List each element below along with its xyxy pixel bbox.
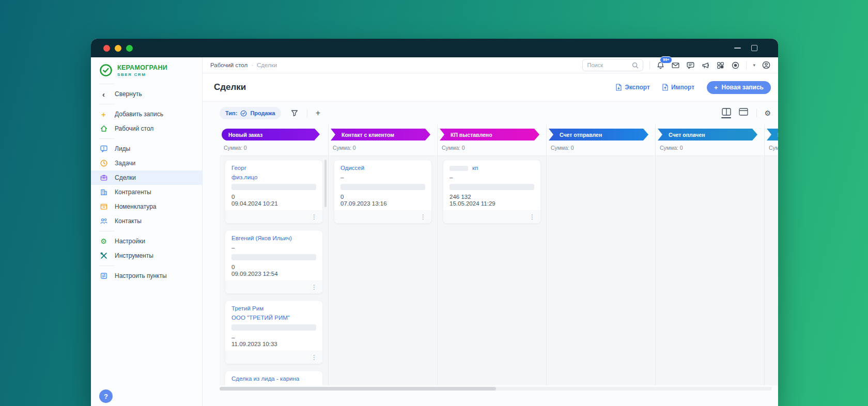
deal-amount: 0 [231, 264, 316, 270]
add-stage-icon[interactable]: + [316, 109, 320, 117]
sidebar-item-contacts[interactable]: Контакты [91, 214, 202, 228]
sidebar-item-add-record[interactable]: + Добавить запись [91, 107, 202, 121]
sidebar-item-tasks[interactable]: Задачи [91, 156, 202, 170]
mail-icon[interactable] [671, 61, 680, 70]
minimize-window-button[interactable] [115, 45, 121, 52]
sidebar: КЕРАМОГРАНИ SBER CRM ‹ Свернуть + Добави… [91, 57, 203, 406]
toolbar-divider [756, 109, 757, 117]
search-input[interactable]: Поиск [582, 59, 643, 71]
apps-grid-icon[interactable] [716, 61, 725, 70]
account-avatar-icon[interactable] [762, 60, 771, 70]
minimize-icon[interactable] [734, 48, 741, 49]
tools-icon [99, 252, 108, 260]
stage-sum: Сумма: 0 [333, 145, 431, 151]
deal-card[interactable]: Евгений (Яков Ильич) – 0 09.09.2023 12:5… [225, 230, 323, 294]
sidebar-item-leads[interactable]: Лиды [91, 142, 202, 156]
filter-type-value: Продажа [250, 110, 275, 116]
page-header: Сделки Экспорт Импорт [203, 73, 778, 102]
redacted-field [340, 184, 425, 190]
redacted-field [231, 184, 316, 190]
board-horizontal-scrollbar[interactable] [220, 387, 772, 391]
column-cards-area: кп – 246 132 15.05.2024 11:29 ⋮ [438, 156, 546, 385]
sidebar-item-counterparties[interactable]: Контрагенты [91, 185, 202, 199]
new-record-button[interactable]: + Новая запись [707, 81, 771, 94]
deal-date: 09.09.2023 12:54 [231, 271, 316, 277]
deal-card[interactable]: Георг физ.лицо 0 09.04.2024 10:21 ⋮ [225, 160, 323, 224]
kebab-menu-icon[interactable]: ⋮ [311, 354, 317, 361]
scrollbar-thumb[interactable] [220, 387, 496, 391]
deal-card[interactable]: Третий Рим ООО "ТРЕТИЙ РИМ" – 11.09.2023… [225, 300, 323, 364]
deal-client-link: – [450, 174, 534, 180]
deal-title-link[interactable]: Георг [231, 165, 316, 171]
desktop-background: КЕРАМОГРАНИ SBER CRM ‹ Свернуть + Добави… [0, 0, 868, 406]
plus-icon: + [714, 84, 718, 91]
window-controls [734, 45, 766, 51]
close-window-button[interactable] [103, 45, 110, 52]
deal-title-link[interactable]: Сделка из лида - карина [231, 376, 316, 382]
deal-card[interactable]: кп – 246 132 15.05.2024 11:29 ⋮ [443, 160, 541, 224]
target-icon[interactable] [731, 61, 740, 70]
users-icon [99, 217, 108, 225]
chat-icon[interactable] [686, 61, 695, 70]
deal-card[interactable]: Одиссей – 0 07.09.2023 13:16 ⋮ [334, 160, 432, 224]
deal-client-link: – [231, 244, 316, 251]
import-button[interactable]: Импорт [662, 84, 694, 91]
sidebar-item-label: Настройки [115, 238, 145, 245]
board-settings-gear-icon[interactable]: ⚙ [764, 109, 771, 117]
filter-funnel-icon[interactable] [290, 109, 299, 117]
kebab-menu-icon[interactable]: ⋮ [311, 214, 317, 220]
deal-client-link: – [340, 174, 425, 180]
check-circle-icon [240, 110, 247, 117]
configure-panel-icon [99, 272, 108, 280]
deal-date: 07.09.2023 13:16 [340, 200, 425, 207]
chevron-down-icon[interactable]: ▾ [753, 63, 755, 68]
sidebar-item-label: Свернуть [115, 90, 142, 98]
deal-date: 15.05.2024 11:29 [450, 200, 534, 207]
zoom-window-button[interactable] [126, 45, 133, 52]
stage-label: Новый заказ [222, 129, 315, 140]
deal-title-link[interactable]: Евгений (Яков Ильич) [231, 235, 316, 241]
notifications-bell-icon[interactable]: 99+ [656, 61, 665, 70]
sidebar-item-nomenclature[interactable]: Номенклатура [91, 199, 202, 214]
kebab-menu-icon[interactable]: ⋮ [420, 214, 426, 220]
deal-client-link[interactable]: физ.лицо [231, 174, 316, 180]
megaphone-icon[interactable] [701, 61, 710, 70]
stage-label: П [767, 129, 778, 140]
column-cards-area: Одиссей – 0 07.09.2023 13:16 ⋮ [329, 156, 437, 385]
redacted-field [450, 166, 468, 171]
sidebar-item-configure-items[interactable]: Настроить пункты [91, 269, 202, 283]
filter-type-chip[interactable]: Тип: Продажа [220, 107, 281, 119]
deal-amount: 0 [340, 194, 425, 200]
sidebar-item-desktop[interactable]: Рабочий стол [91, 121, 202, 136]
maximize-icon[interactable] [751, 45, 757, 51]
sidebar-item-deals[interactable]: Сделки [91, 170, 202, 185]
stage-sum: Сумма: 0 [551, 145, 649, 151]
deal-title-link[interactable]: кп [450, 165, 534, 171]
app-logo[interactable]: КЕРАМОГРАНИ SBER CRM [91, 59, 202, 81]
sidebar-item-label: Контрагенты [115, 189, 151, 196]
sidebar-item-tools[interactable]: Инструменты [91, 248, 202, 263]
kanban-column-invoice-paid: Счет оплачен Сумма: 0 [656, 124, 765, 385]
deal-client-link[interactable]: физ.лицо [231, 385, 316, 385]
deal-title-link[interactable]: Третий Рим [231, 305, 316, 311]
notifications-badge: 99+ [660, 56, 672, 64]
sidebar-item-label: Рабочий стол [115, 125, 153, 132]
table-view-toggle[interactable] [738, 108, 748, 118]
sidebar-item-settings[interactable]: ⚙ Настройки [91, 234, 202, 248]
kebab-menu-icon[interactable]: ⋮ [311, 284, 317, 290]
sidebar-item-label: Номенклатура [115, 203, 157, 210]
kebab-menu-icon[interactable]: ⋮ [529, 214, 535, 220]
sidebar-collapse-button[interactable]: ‹ Свернуть [91, 87, 202, 101]
column-scrollbar[interactable] [324, 160, 327, 207]
breadcrumb-desktop[interactable]: Рабочий стол [210, 62, 247, 68]
stage-sum: Сумма: 0 [660, 145, 758, 151]
kanban-view-toggle[interactable] [721, 108, 731, 118]
deal-card[interactable]: Сделка из лида - карина физ.лицо 0 12.02… [225, 370, 323, 385]
toolbar-divider [307, 109, 307, 117]
export-button[interactable]: Экспорт [616, 84, 650, 91]
stage-label: Контакт с клиентом [331, 129, 430, 140]
stage-sum: Сумма: 0 [224, 145, 322, 151]
deal-client-link[interactable]: ООО "ТРЕТИЙ РИМ" [231, 315, 316, 321]
deal-title-link[interactable]: Одиссей [340, 165, 425, 171]
help-button[interactable]: ? [99, 389, 113, 403]
